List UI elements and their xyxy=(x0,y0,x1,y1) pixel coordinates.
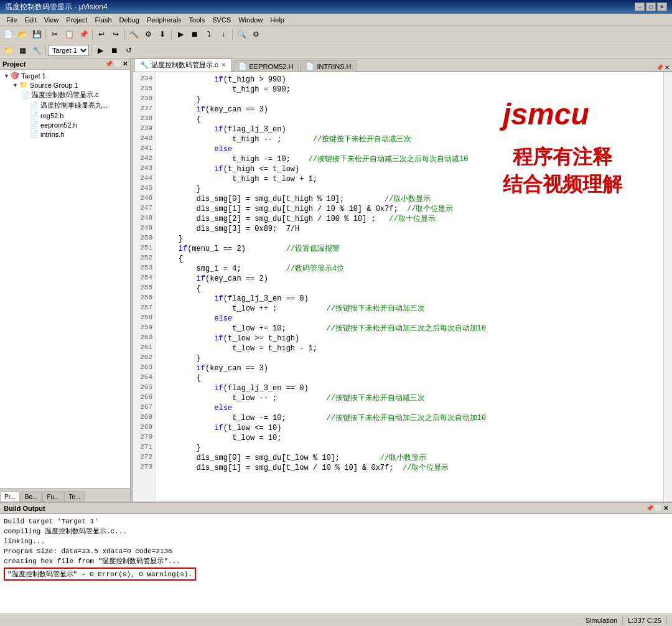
save-button[interactable]: 💾 xyxy=(30,27,44,41)
menu-item-debug[interactable]: Debug xyxy=(116,15,143,25)
code-line-251[interactable]: if(menu_l == 2) //设置低温报警 xyxy=(161,244,658,254)
redo-button[interactable]: ↪ xyxy=(109,27,123,41)
code-line-255[interactable]: { xyxy=(161,284,658,294)
code-line-236[interactable]: } xyxy=(161,95,658,105)
menu-item-help[interactable]: Help xyxy=(266,15,288,25)
props-btn[interactable]: 🔧 xyxy=(30,44,44,57)
reset-btn[interactable]: ↺ xyxy=(122,44,136,57)
panel-close-icon[interactable]: ✕ xyxy=(123,60,128,67)
code-line-260[interactable]: if(t_low >= t_high) xyxy=(161,334,658,343)
code-line-238[interactable]: { xyxy=(161,114,658,124)
code-line-271[interactable]: } xyxy=(161,443,658,453)
tree-main-c[interactable]: 📄 温度控制数码管显示.c xyxy=(1,90,129,100)
maximize-button[interactable]: □ xyxy=(646,2,656,11)
build-float-icon[interactable]: ⬜ xyxy=(655,505,662,512)
menu-item-tools[interactable]: Tools xyxy=(185,15,209,25)
code-line-265[interactable]: if(flag_lj_3_en == 0) xyxy=(161,383,658,393)
code-line-240[interactable]: t_high -- ; //按键按下未松开自动减三次 xyxy=(161,134,658,144)
menu-item-edit[interactable]: Edit xyxy=(21,15,40,25)
tree-file-eeprom[interactable]: 📄 eeprom52.h xyxy=(1,120,129,129)
menu-item-window[interactable]: Window xyxy=(235,15,266,25)
step-over-button[interactable]: ⤵ xyxy=(202,27,216,41)
code-line-250[interactable]: } xyxy=(161,234,658,244)
search-button[interactable]: 🔍 xyxy=(235,27,248,41)
code-line-234[interactable]: if(t_high > 990) xyxy=(161,75,658,85)
code-line-262[interactable]: } xyxy=(161,353,658,363)
code-line-269[interactable]: if(t_low <= 10) xyxy=(161,423,658,433)
menu-item-svcs[interactable]: SVCS xyxy=(208,15,235,25)
code-line-273[interactable]: dis_smg[1] = smg_du[t_low / 10 % 10] & 0… xyxy=(161,463,658,473)
tab-intrins[interactable]: 📄 INTRINS.H xyxy=(300,60,357,72)
code-line-239[interactable]: if(flag_lj_3_en) xyxy=(161,124,658,134)
close-button[interactable]: ✕ xyxy=(657,2,667,11)
code-line-243[interactable]: if(t_high <= t_low) xyxy=(161,164,658,174)
code-line-256[interactable]: if(flag_lj_3_en == 0) xyxy=(161,294,658,304)
tree-file-reg52[interactable]: 📄 reg52.h xyxy=(1,111,129,120)
code-line-246[interactable]: dis_smg[0] = smg_du[t_high % 10]; //取小数显… xyxy=(161,194,658,204)
undo-button[interactable]: ↩ xyxy=(95,27,108,41)
proj-tab-pr[interactable]: Pr... xyxy=(0,492,20,502)
paste-button[interactable]: 📌 xyxy=(77,27,90,41)
panel-float-icon[interactable]: ⬜ xyxy=(114,60,121,67)
code-line-252[interactable]: { xyxy=(161,254,658,264)
code-line-245[interactable]: } xyxy=(161,184,658,194)
code-line-259[interactable]: t_low += 10; //按键按下未松开自动加三次之后每次自动加10 xyxy=(161,324,658,334)
code-line-272[interactable]: dis_smg[0] = smg_du[t_low % 10]; //取小数显示 xyxy=(161,453,658,463)
code-line-266[interactable]: t_low -- ; //按键按下未松开自动减三次 xyxy=(161,393,658,403)
code-line-237[interactable]: if(key_can == 3) xyxy=(161,105,658,114)
code-line-263[interactable]: if(key_can == 3) xyxy=(161,363,658,373)
tab-pin-icon[interactable]: 📌 xyxy=(656,64,663,71)
menu-item-file[interactable]: File xyxy=(2,15,21,25)
code-line-253[interactable]: smg_i = 4; //数码管显示4位 xyxy=(161,264,658,274)
code-line-244[interactable]: t_high = t_low + 1; xyxy=(161,174,658,184)
proj-tab-bo[interactable]: Bo... xyxy=(21,492,42,502)
project-btn[interactable]: 📁 xyxy=(1,44,15,57)
code-line-247[interactable]: dis_smg[1] = smg_du[t_high / 10 % 10] & … xyxy=(161,204,658,214)
copy-button[interactable]: 📋 xyxy=(62,27,76,41)
code-line-235[interactable]: t_high = 990; xyxy=(161,85,658,95)
panel-pin-icon[interactable]: 📌 xyxy=(105,60,113,67)
run-btn[interactable]: ▶ xyxy=(93,44,107,57)
build-pin-icon[interactable]: 📌 xyxy=(646,505,653,512)
code-line-248[interactable]: dis_smg[2] = smg_du[t_high / 100 % 10] ;… xyxy=(161,214,658,224)
tree-file-intrins[interactable]: 📄 intrins.h xyxy=(1,129,129,139)
debug-start-button[interactable]: ▶ xyxy=(174,27,187,41)
tab-close-main[interactable]: ✕ xyxy=(221,62,226,68)
minimize-button[interactable]: – xyxy=(635,2,645,11)
menu-item-flash[interactable]: Flash xyxy=(91,15,116,25)
code-line-242[interactable]: t_high -= 10; //按键按下未松开自动减三次之后每次自动减10 xyxy=(161,154,658,164)
menu-item-view[interactable]: View xyxy=(40,15,63,25)
rebuild-button[interactable]: ⚙ xyxy=(141,27,155,41)
target-select[interactable]: Target 1 xyxy=(48,45,89,56)
layers-btn[interactable]: ▦ xyxy=(16,44,29,57)
code-line-261[interactable]: t_low = t_high - 1; xyxy=(161,343,658,353)
code-line-249[interactable]: dis_smg[3] = 0x89; 7/H xyxy=(161,224,658,234)
code-line-267[interactable]: else xyxy=(161,403,658,413)
tab-close-icon[interactable]: ✕ xyxy=(665,64,670,71)
editor-scrollbar[interactable] xyxy=(663,72,672,502)
tab-main-c[interactable]: 🔧 温度控制数码管显示.c ✕ xyxy=(134,58,231,72)
tree-target1[interactable]: ▼ 🎯 Target 1 xyxy=(1,71,129,80)
tree-file-wendu[interactable]: 📄 温度控制事碌显亮九... xyxy=(1,100,129,111)
code-line-264[interactable]: { xyxy=(161,373,658,383)
build-button[interactable]: 🔨 xyxy=(127,27,141,41)
menu-item-project[interactable]: Project xyxy=(62,15,91,25)
code-line-258[interactable]: else xyxy=(161,314,658,324)
debug-stop-button[interactable]: ⏹ xyxy=(188,27,202,41)
code-line-241[interactable]: else xyxy=(161,144,658,154)
code-line-268[interactable]: t_low -= 10; //按键按下未松开自动加三次之后每次自动加10 xyxy=(161,413,658,423)
code-line-254[interactable]: if(key_can == 2) xyxy=(161,274,658,284)
code-line-270[interactable]: t_low = 10; xyxy=(161,433,658,443)
cut-button[interactable]: ✂ xyxy=(48,27,62,41)
build-close-icon[interactable]: ✕ xyxy=(663,505,668,512)
download-button[interactable]: ⬇ xyxy=(156,27,169,41)
stop-btn[interactable]: ⏹ xyxy=(108,44,121,57)
tree-sourcegroup[interactable]: ▼ 📁 Source Group 1 xyxy=(1,80,129,90)
code-content[interactable]: if(t_high > 990) t_high = 990; } if(key_… xyxy=(156,72,663,502)
code-view[interactable]: 2342352362372382392402412422432442452462… xyxy=(133,72,672,502)
open-button[interactable]: 📂 xyxy=(16,27,29,41)
proj-tab-te[interactable]: Te... xyxy=(64,492,85,502)
tab-eeprom[interactable]: 📄 EEPROM52.H xyxy=(233,60,299,72)
menu-item-peripherals[interactable]: Peripherals xyxy=(143,15,185,25)
step-into-button[interactable]: ↓ xyxy=(217,27,230,41)
